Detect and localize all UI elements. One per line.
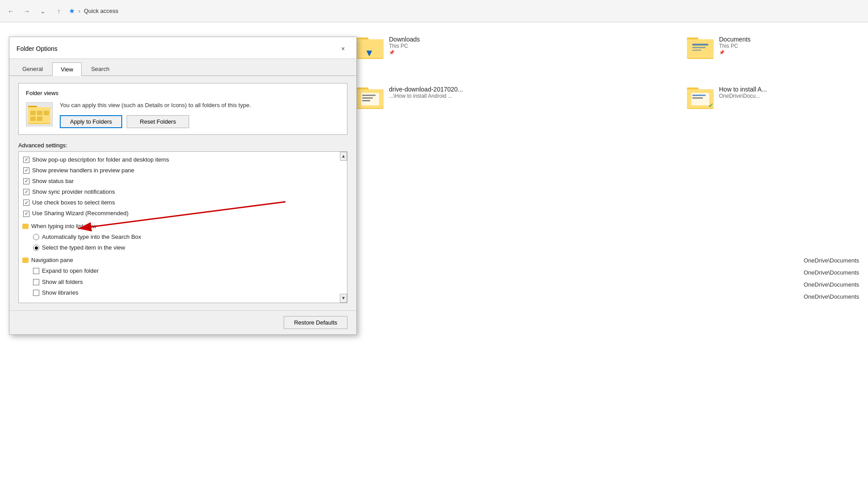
folder-item-drive[interactable]: drive-download-2017020... ...\How to ins… (357, 86, 491, 109)
checkbox-status-bar[interactable] (23, 178, 29, 184)
group-folder-icon (22, 224, 29, 229)
setting-preview-handlers[interactable]: Show preview handlers in preview pane (21, 165, 345, 176)
green-check-icon: ✔ (708, 102, 714, 109)
list-item-zoom1[interactable]: zoom1 OneDrive\Documents (339, 254, 859, 267)
dialog-title-bar: Folder Options × (9, 37, 356, 59)
folder-info-documents: Documents This PC 📌 (719, 36, 751, 55)
folder-options-dialog: Folder Options × General View Search Fol… (9, 37, 357, 335)
folder-icon-howto: ✔ (687, 86, 714, 109)
radio-select-typed-item[interactable] (33, 245, 39, 251)
svg-rect-21 (692, 97, 703, 99)
forward-button[interactable]: → (21, 5, 33, 17)
svg-rect-28 (30, 117, 36, 121)
dialog-tabs: General View Search (9, 59, 356, 76)
setting-select-typed-item[interactable]: Select the typed item in the view (21, 242, 345, 253)
back-button[interactable]: ← (4, 5, 17, 17)
checkbox-expand-open[interactable] (33, 268, 39, 274)
folder-item-documents[interactable]: Documents This PC 📌 (687, 36, 821, 59)
setting-popup-desc[interactable]: Show pop-up description for folder and d… (21, 154, 345, 165)
breadcrumb-path: Quick access (84, 8, 118, 14)
setting-label: Show pop-up description for folder and d… (32, 156, 169, 164)
folder-sub-drive: ...\How to install Android ... (389, 93, 463, 99)
scrollbar-up-button[interactable]: ▲ (340, 152, 347, 161)
list-item-zoom2[interactable]: zoom2 OneDrive\Documents (339, 291, 859, 303)
folder-info-downloads: Downloads This PC 📌 (389, 36, 420, 55)
setting-label: Expand to open folder (42, 267, 99, 275)
folder-sub-documents: This PC (719, 43, 751, 49)
dialog-body: Folder views You (9, 76, 356, 310)
svg-rect-13 (362, 95, 376, 96)
setting-label: Use Sharing Wizard (Recommended) (32, 209, 128, 217)
folder-item-downloads[interactable]: ▼ Downloads This PC 📌 (357, 36, 491, 59)
setting-label: Show sync provider notifications (32, 188, 115, 196)
checkbox-show-all-folders[interactable] (33, 279, 39, 285)
checkbox-check-boxes[interactable] (23, 200, 29, 206)
folder-icon-downloads: ▼ (357, 36, 384, 59)
scrollbar-down-button[interactable]: ▼ (340, 294, 347, 303)
folder-name-howto: How to install A... (719, 86, 767, 93)
svg-rect-8 (692, 50, 701, 51)
tab-general[interactable]: General (14, 62, 51, 75)
svg-rect-6 (692, 44, 708, 46)
star-icon: ★ (69, 7, 75, 15)
folder-name-drive: drive-download-2017020... (389, 86, 463, 93)
folder-row-2: drive-download-2017020... ...\How to ins… (357, 86, 859, 109)
folder-icon-drive (357, 86, 384, 109)
checkbox-sharing-wizard[interactable] (23, 211, 29, 217)
settings-list-wrap: Show pop-up description for folder and d… (18, 151, 347, 303)
checkbox-preview-handlers[interactable] (23, 167, 29, 174)
folder-sub-howto: OneDrive\Docu... (719, 93, 767, 99)
group-when-typing: When typing into list view (21, 221, 345, 232)
advanced-settings-title: Advanced settings: (18, 142, 347, 149)
reset-folders-button[interactable]: Reset Folders (127, 115, 189, 128)
group-nav-pane: Navigation pane (21, 255, 345, 266)
dropdown-button[interactable]: ⌄ (37, 5, 49, 17)
setting-sharing-wizard[interactable]: Use Sharing Wizard (Recommended) (21, 208, 345, 219)
folder-item-howto[interactable]: ✔ How to install A... OneDrive\Docu... (687, 86, 821, 109)
radio-auto-type-search[interactable] (33, 234, 39, 240)
list-item-path: OneDrive\Documents (804, 257, 859, 264)
restore-defaults-button[interactable]: Restore Defaults (284, 316, 347, 329)
folder-name-documents: Documents (719, 36, 751, 43)
folder-views-title: Folder views (26, 90, 340, 96)
setting-status-bar[interactable]: Show status bar (21, 176, 345, 187)
setting-expand-open[interactable]: Expand to open folder (21, 266, 345, 276)
folder-info-howto: How to install A... OneDrive\Docu... (719, 86, 767, 99)
list-item-zoom3[interactable]: zoom3 OneDrive\Documents (339, 279, 859, 291)
dialog-close-button[interactable]: × (337, 42, 349, 55)
setting-auto-type-search[interactable]: Automatically type into the Search Box (21, 232, 345, 242)
settings-list[interactable]: Show pop-up description for folder and d… (19, 152, 347, 303)
svg-rect-7 (692, 47, 706, 48)
apply-to-folders-button[interactable]: Apply to Folders (60, 115, 122, 128)
svg-rect-5 (687, 39, 714, 58)
svg-rect-20 (692, 95, 706, 96)
dialog-footer: Restore Defaults (9, 310, 356, 334)
checkbox-show-libraries[interactable] (33, 290, 39, 296)
checkbox-sync-notifications[interactable] (23, 189, 29, 195)
right-panel-list: zoom1 OneDrive\Documents zoom4 OneDrive\… (330, 254, 868, 303)
setting-sync-notifications[interactable]: Show sync provider notifications (21, 187, 345, 197)
list-item-zoom4[interactable]: zoom4 OneDrive\Documents (339, 267, 859, 279)
tab-search[interactable]: Search (83, 62, 118, 75)
svg-rect-29 (37, 117, 42, 121)
setting-label: Select the typed item in the view (42, 244, 125, 252)
folder-views-section: Folder views You (18, 83, 347, 135)
list-item-path: OneDrive\Documents (804, 269, 859, 276)
setting-show-libraries[interactable]: Show libraries (21, 287, 345, 298)
setting-label: Automatically type into the Search Box (42, 233, 141, 241)
folder-sub-downloads: This PC (389, 43, 420, 49)
list-item-path: OneDrive\Documents (804, 281, 859, 288)
setting-show-all-folders[interactable]: Show all folders (21, 277, 345, 287)
tab-view[interactable]: View (52, 62, 82, 76)
setting-label: Show all folders (42, 278, 83, 286)
setting-check-boxes[interactable]: Use check boxes to select items (21, 197, 345, 208)
setting-label: Show status bar (32, 177, 74, 185)
up-button[interactable]: ↑ (53, 5, 65, 17)
folder-icon-documents (687, 36, 714, 59)
folder-views-description: You can apply this view (such as Details… (60, 101, 340, 128)
checkbox-popup-desc[interactable] (23, 157, 29, 163)
download-arrow-icon: ▼ (364, 47, 374, 59)
folder-pin-downloads: 📌 (389, 50, 420, 55)
group-folder-icon-nav (22, 258, 29, 263)
folder-views-content: You can apply this view (such as Details… (26, 101, 340, 128)
